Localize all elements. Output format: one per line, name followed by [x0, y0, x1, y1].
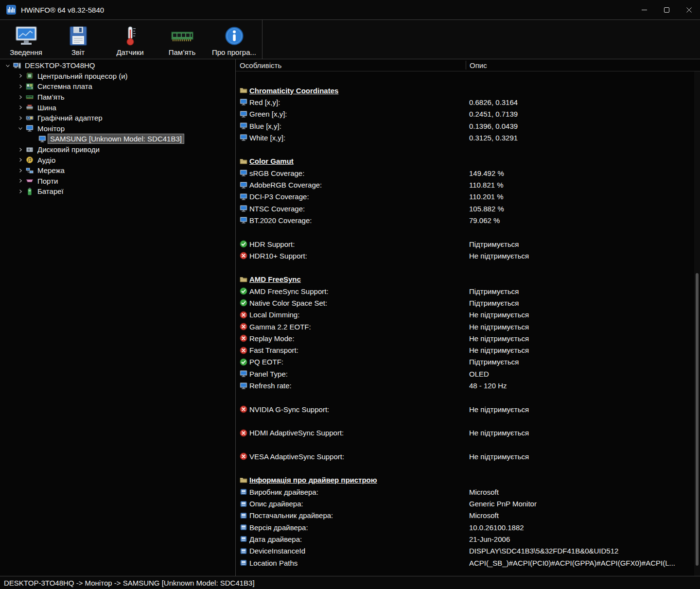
tree-item-ports[interactable]: Порти — [0, 176, 235, 187]
chevron-right-icon[interactable] — [17, 72, 24, 80]
property-row[interactable]: Refresh rate:48 - 120 Hz — [236, 380, 700, 391]
tree-item-gpu[interactable]: Графічний адаптер — [0, 113, 235, 123]
property-value: Підтримується — [469, 358, 700, 366]
gpu-icon — [26, 114, 34, 122]
property-row[interactable]: Опис драйвера:Generic PnP Monitor — [236, 498, 700, 509]
chevron-down-icon[interactable] — [17, 124, 24, 132]
monitor-icon — [240, 98, 247, 106]
property-row[interactable]: Red [x,y]:0.6826, 0.3164 — [236, 96, 700, 108]
property-row[interactable]: NVIDIA G-Sync Support:Не підтримується — [236, 403, 700, 415]
toolbar-button-sensors[interactable]: Датчики — [104, 20, 156, 59]
chevron-right-icon[interactable] — [17, 188, 24, 195]
property-label: DCI-P3 Coverage: — [249, 192, 309, 201]
memory-toolbar-icon — [171, 23, 194, 47]
property-row[interactable]: PQ EOTF:Підтримується — [236, 356, 700, 368]
folder-icon — [240, 87, 247, 94]
feature-cell: HDR Support: — [236, 240, 469, 248]
feature-cell: HDMI AdaptiveSync Support: — [236, 429, 469, 437]
property-value: Generic PnP Monitor — [469, 500, 700, 508]
property-row[interactable]: NTSC Coverage:105.882 % — [236, 203, 700, 214]
property-value: Не підтримується — [469, 323, 700, 331]
toolbar-button-memory[interactable]: Пам’ять — [156, 20, 208, 59]
column-resize-handle[interactable] — [466, 61, 466, 69]
section-title: Color Gamut — [249, 157, 294, 165]
chevron-right-icon[interactable] — [17, 156, 24, 164]
chevron-right-icon[interactable] — [17, 167, 24, 174]
maximize-button[interactable] — [655, 0, 678, 19]
column-header-description[interactable]: Опис — [466, 61, 487, 69]
tree-item-disk-drives[interactable]: Дисковий приводи — [0, 144, 235, 155]
section-row[interactable]: Інформація про драйвер пристрою — [236, 474, 700, 486]
tree-item-batteries[interactable]: Батареї — [0, 186, 235, 197]
feature-cell: Red [x,y]: — [236, 98, 469, 106]
close-button[interactable] — [678, 0, 700, 19]
tree-item-audio[interactable]: Аудіо — [0, 155, 235, 165]
spacer-row — [236, 143, 700, 155]
property-row[interactable]: HDMI AdaptiveSync Support:Не підтримуєть… — [236, 427, 700, 439]
property-row[interactable]: Постачальник драйвера:Microsoft — [236, 510, 700, 521]
chevron-right-icon[interactable] — [17, 177, 24, 185]
toolbar-button-label: Пам’ять — [169, 48, 196, 56]
column-header-feature[interactable]: Особливість — [236, 61, 466, 69]
scrollbar-thumb[interactable] — [696, 273, 699, 566]
maximize-icon — [664, 7, 670, 13]
feature-cell: Local Dimming: — [236, 311, 469, 319]
property-row[interactable]: DCI-P3 Coverage:110.201 % — [236, 191, 700, 203]
property-row[interactable]: HDR10+ Support:Не підтримується — [236, 250, 700, 261]
monitor-icon — [240, 181, 247, 189]
tree-item-bus[interactable]: Шина — [0, 102, 235, 113]
property-row[interactable]: AdobeRGB Coverage:110.821 % — [236, 179, 700, 191]
property-row[interactable]: Local Dimming:Не підтримується — [236, 309, 700, 321]
driver-icon — [240, 500, 247, 508]
toolbar-button-about[interactable]: Про програ... — [208, 20, 260, 59]
toolbar-button-report[interactable]: Звіт — [52, 20, 104, 59]
chevron-right-icon[interactable] — [17, 83, 24, 90]
chevron-right-icon[interactable] — [17, 114, 24, 122]
property-row[interactable]: HDR Support:Підтримується — [236, 238, 700, 250]
property-row[interactable]: Location PathsACPI(_SB_)#ACPI(PCI0)#ACPI… — [236, 557, 700, 569]
chevron-down-icon[interactable] — [4, 62, 12, 69]
property-row[interactable]: White [x,y]:0.3125, 0.3291 — [236, 132, 700, 143]
feature-cell: PQ EOTF: — [236, 358, 469, 366]
property-row[interactable]: Blue [x,y]:0.1396, 0.0439 — [236, 120, 700, 132]
section-row[interactable]: Chromaticity Coordinates — [236, 85, 700, 96]
property-row[interactable]: Green [x,y]:0.2451, 0.7139 — [236, 108, 700, 120]
tree-item-samsung-sdc41b3[interactable]: SAMSUNG [Unknown Model: SDC41B3] — [0, 134, 235, 144]
feature-cell: Refresh rate: — [236, 381, 469, 390]
property-row[interactable]: BT.2020 Coverage:79.062 % — [236, 214, 700, 226]
property-row[interactable]: sRGB Coverage:149.492 % — [236, 167, 700, 179]
property-label: NTSC Coverage: — [249, 205, 305, 213]
tree-item-monitor[interactable]: Монітор — [0, 123, 235, 134]
tree-item-network[interactable]: Мережа — [0, 165, 235, 176]
property-row[interactable]: Fast Transport:Не підтримується — [236, 345, 700, 356]
property-row[interactable]: Panel Type:OLED — [236, 368, 700, 380]
property-row[interactable]: Gamma 2.2 EOTF:Не підтримується — [236, 321, 700, 332]
chevron-right-icon[interactable] — [17, 104, 24, 111]
details-scrollbar[interactable] — [694, 71, 700, 576]
cross-icon — [240, 334, 247, 342]
tree-item-memory[interactable]: Пам’ять — [0, 92, 235, 103]
toolbar-button-summary[interactable]: Зведення — [0, 20, 52, 59]
property-row[interactable]: VESA AdaptiveSync Support:Не підтримуєть… — [236, 450, 700, 462]
feature-cell: Panel Type: — [236, 370, 469, 378]
property-label: VESA AdaptiveSync Support: — [249, 452, 344, 461]
property-row[interactable]: Replay Mode:Не підтримується — [236, 332, 700, 344]
monitor-icon — [26, 124, 34, 132]
minimize-button[interactable] — [633, 0, 655, 19]
driver-icon — [240, 523, 247, 531]
section-row[interactable]: AMD FreeSync — [236, 274, 700, 285]
property-label: Дата драйвера: — [249, 535, 302, 543]
chevron-right-icon[interactable] — [17, 146, 24, 154]
property-row[interactable]: DeviceInstanceIdDISPLAY\SDC41B3\5&32FDF4… — [236, 545, 700, 557]
property-row[interactable]: Виробник драйвера:Microsoft — [236, 486, 700, 498]
property-value: Не підтримується — [469, 452, 700, 461]
tree-item-cpu[interactable]: Центральний процесор (и) — [0, 71, 235, 82]
property-row[interactable]: AMD FreeSync Support:Підтримується — [236, 285, 700, 297]
chevron-right-icon[interactable] — [17, 93, 24, 101]
section-row[interactable]: Color Gamut — [236, 156, 700, 167]
property-row[interactable]: Версія драйвера:10.0.26100.1882 — [236, 521, 700, 533]
tree-item-desktop-root[interactable]: DESKTOP-3TO48HQ — [0, 60, 235, 71]
property-row[interactable]: Дата драйвера:21-Jun-2006 — [236, 533, 700, 545]
tree-item-motherboard[interactable]: Системна плата — [0, 81, 235, 92]
property-row[interactable]: Native Color Space Set:Підтримується — [236, 297, 700, 309]
